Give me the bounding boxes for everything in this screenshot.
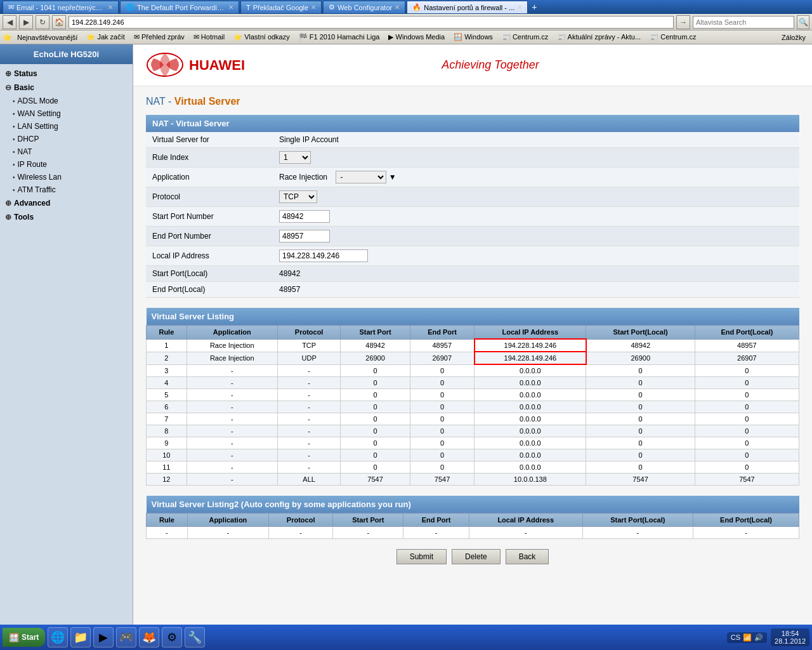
delete-button[interactable]: Delete — [452, 549, 501, 564]
app-dropdown[interactable]: - — [336, 171, 386, 183]
bookmark-wm[interactable]: ▶ Windows Media — [384, 32, 449, 42]
go-button[interactable]: → — [676, 15, 690, 29]
page-title: NAT - Virtual Server — [146, 96, 799, 107]
sys-tray: CS 📶 🔊 — [727, 632, 767, 643]
table-row[interactable]: 4--000.0.0.000 — [147, 377, 799, 389]
tab-close[interactable]: ✕ — [395, 4, 400, 11]
taskbar-apps: 🌐 📁 ▶ 🎮 🦊 ⚙ 🔧 — [48, 627, 205, 647]
sidebar-item-adsl[interactable]: ADSL Mode — [0, 95, 133, 107]
form-row-application: Application Race Injection - ▼ — [146, 168, 799, 187]
forward-button[interactable]: ▶ — [19, 15, 33, 29]
sidebar-item-iproute[interactable]: IP Route — [0, 158, 133, 171]
sidebar-item-wan[interactable]: WAN Setting — [0, 107, 133, 120]
sidebar-group-basic[interactable]: ⊖ Basic — [0, 81, 133, 95]
sidebar-item-nat[interactable]: NAT — [0, 145, 133, 158]
table-row[interactable]: 6--000.0.0.000 — [147, 401, 799, 413]
sidebar-item-wireless[interactable]: Wireless Lan — [0, 171, 133, 183]
tab-close[interactable]: ✕ — [228, 4, 233, 11]
bookmark-hotmail[interactable]: ✉ Hotmail — [190, 32, 228, 42]
tab-bar: ✉ Email - 1041 nepřečtených z... ✕ 🌐 The… — [0, 0, 812, 14]
tab-close[interactable]: ✕ — [108, 4, 113, 11]
clock: 18:54 28.1.2012 — [771, 628, 809, 646]
table-row[interactable]: 12-ALL7547754710.0.0.13875477547 — [147, 474, 799, 486]
listing-section-header: Virtual Server Listing — [147, 308, 799, 326]
search-button[interactable]: 🔍 — [797, 15, 809, 29]
tab-email[interactable]: ✉ Email - 1041 nepřečtených z... ✕ — [3, 1, 119, 13]
sidebar-item-dhcp[interactable]: DHCP — [0, 133, 133, 145]
bookmark-aktualni[interactable]: 📰 Aktuální zprávy - Aktu... — [553, 32, 645, 42]
form-value-endport — [273, 227, 799, 246]
bookmark-vlastni[interactable]: ⭐ Vlastní odkazy — [230, 32, 294, 42]
local-ip-input[interactable] — [279, 249, 368, 262]
table-row[interactable]: 1 Race Injection TCP 48942 48957 194.228… — [147, 339, 799, 352]
cell-ip: 194.228.149.246 — [475, 339, 586, 352]
dropdown-arrow[interactable]: ▼ — [389, 173, 396, 182]
bookmark-nejnavstevovanejsi[interactable]: Nejnavštěvovanější — [13, 33, 81, 42]
form-row-protocol: Protocol TCPUDPALL — [146, 187, 799, 207]
form-row-sp-local: Start Port(Local) 48942 — [146, 266, 799, 282]
col-endport: End Port — [410, 326, 475, 340]
col-sp-local: Start Port(Local) — [586, 326, 695, 340]
table-row[interactable]: 10--000.0.0.000 — [147, 449, 799, 461]
table-row[interactable]: 5--000.0.0.000 — [147, 389, 799, 401]
taskbar-app-media[interactable]: ▶ — [93, 627, 114, 647]
plus-icon: ⊕ — [5, 199, 11, 208]
taskbar-app-unknown3[interactable]: 🔧 — [185, 627, 205, 647]
taskbar-app-firefox[interactable]: 🦊 — [139, 627, 159, 647]
table-row[interactable]: 7--000.0.0.000 — [147, 413, 799, 425]
col-rule: Rule — [147, 326, 187, 340]
tab-close[interactable]: ✕ — [311, 4, 316, 11]
protocol-select[interactable]: TCPUDPALL — [279, 190, 317, 203]
taskbar-app-ie[interactable]: 🌐 — [48, 627, 68, 647]
tab-nat[interactable]: 🔥 Nastavení portů a firewall - ... ✕ — [407, 1, 528, 13]
submit-button[interactable]: Submit — [396, 549, 447, 564]
back-button[interactable]: Back — [506, 549, 549, 564]
start-port-input[interactable] — [279, 210, 330, 223]
table-row[interactable]: 11--000.0.0.000 — [147, 461, 799, 474]
cell-sp: 48942 — [586, 339, 695, 352]
slogan: Achieving Together — [442, 58, 539, 72]
form-section-header: NAT - Virtual Server — [146, 115, 799, 132]
table-row[interactable]: 8--000.0.0.000 — [147, 425, 799, 437]
new-tab-button[interactable]: + — [529, 2, 539, 12]
taskbar-app-unknown1[interactable]: 🎮 — [116, 627, 136, 647]
home-button[interactable]: 🏠 — [52, 15, 66, 29]
taskbar-app-unknown2[interactable]: ⚙ — [162, 627, 182, 647]
address-bar[interactable] — [69, 16, 674, 29]
sidebar-item-atm[interactable]: ATM Traffic — [0, 183, 133, 196]
table-row[interactable]: 9--000.0.0.000 — [147, 437, 799, 449]
col-ep-local: End Port(Local) — [695, 326, 799, 340]
sidebar-group-advanced[interactable]: ⊕ Advanced — [0, 196, 133, 210]
search-input[interactable] — [693, 16, 794, 29]
form-label-ruleindex: Rule Index — [146, 148, 273, 168]
bookmark-windows[interactable]: 🪟 Windows — [450, 32, 497, 42]
taskbar-app-explorer[interactable]: 📁 — [70, 627, 91, 647]
bookmark-jak-zacit[interactable]: ⭐ Jak začít — [82, 32, 128, 42]
bookmark-f1[interactable]: 🏁 F1 2010 Hamachi Liga — [295, 32, 384, 42]
back-button[interactable]: ◀ — [3, 15, 16, 29]
sidebar-group-tools[interactable]: ⊕ Tools — [0, 210, 133, 224]
tab-label: Nastavení portů a firewall - ... — [424, 4, 514, 11]
tab-portfwd[interactable]: 🌐 The Default Port Forwarding... ✕ — [120, 1, 239, 13]
rule-index-select[interactable]: 123 — [279, 151, 311, 164]
bookmark-centrum[interactable]: 📰 Centrum.cz — [498, 32, 552, 42]
start-button[interactable]: 🪟 Start — [3, 628, 45, 647]
tab-close[interactable]: ✕ — [517, 4, 522, 11]
tab-webconfig[interactable]: ⚙ Web Configurator ✕ — [323, 1, 405, 13]
col-localip: Local IP Address — [475, 326, 586, 340]
end-port-input[interactable] — [279, 230, 330, 242]
cell-sp: 26900 — [586, 352, 695, 364]
col2-ep-local: End Port(Local) — [693, 514, 799, 527]
refresh-button[interactable]: ↻ — [36, 15, 49, 29]
table-row[interactable]: 3--000.0.0.000 — [147, 364, 799, 377]
col2-application: Application — [187, 514, 268, 527]
bookmark-prehled[interactable]: ✉ Přehled zpráv — [130, 32, 188, 42]
bookmark-centrum2[interactable]: 📰 Centrum.cz — [646, 32, 700, 42]
time-display: 18:54 — [775, 630, 806, 637]
table-row[interactable]: 2 Race Injection UDP 26900 26907 194.228… — [147, 352, 799, 364]
tab-translate[interactable]: T Překladač Google ✕ — [240, 1, 322, 13]
bookmark-zalozky[interactable]: Záložky — [778, 33, 809, 42]
tab-favicon: 🌐 — [126, 3, 134, 11]
sidebar-item-lan[interactable]: LAN Setting — [0, 120, 133, 133]
sidebar-group-status[interactable]: ⊕ Status — [0, 67, 133, 81]
